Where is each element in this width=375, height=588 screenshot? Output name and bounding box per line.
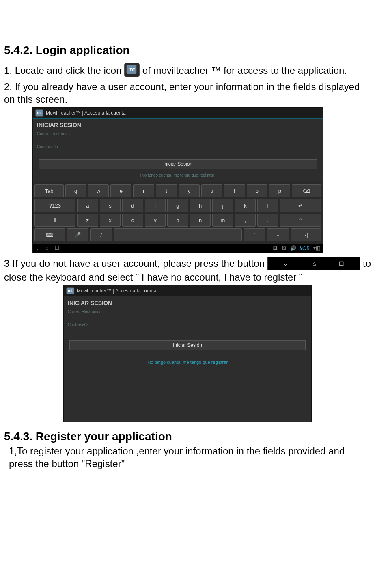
key-space[interactable] <box>114 228 241 241</box>
key-dash[interactable]: - <box>267 228 289 241</box>
login-form-area: INICIAR SESION Correo Electrónico Contra… <box>33 119 323 182</box>
kb-row-2: ?123 a s d f g h j k l ↵ <box>34 199 321 212</box>
mt-app-icon <box>124 63 140 77</box>
login-title: INICIAR SESION <box>37 122 319 128</box>
key-voice[interactable]: 🎤 <box>67 228 88 241</box>
login-title-2: INICIAR SESION <box>68 300 307 306</box>
kb-row-3: ⇧ z x c v b n m , . ⇧ <box>34 214 321 227</box>
key-k[interactable]: k <box>235 199 256 212</box>
step-3: 3 If you do not have a user account, ple… <box>4 257 371 283</box>
mt-small-icon-2: mt <box>66 287 74 294</box>
key-l[interactable]: l <box>257 199 278 212</box>
nav-recents-icon[interactable]: ☐ <box>55 245 59 251</box>
step-1: 1. Locate and click the icon of moviltea… <box>4 64 371 79</box>
key-tab[interactable]: Tab <box>34 184 64 197</box>
status-icon-a: 🖼 <box>273 245 278 251</box>
step-2: 2. If you already have a user account, e… <box>4 80 371 106</box>
key-a[interactable]: a <box>77 199 98 212</box>
key-b[interactable]: b <box>167 214 188 227</box>
screenshot-login-no-keyboard: mt Movil Teacher™ | Acceso a la cuenta I… <box>63 285 312 422</box>
status-clock: 9:39 <box>300 245 309 251</box>
key-q[interactable]: q <box>65 184 86 197</box>
key-comma[interactable]: , <box>235 214 256 227</box>
status-signal-icon: ▾◧ <box>313 245 320 251</box>
window-title-2: Movil Teacher™ | Acceso a la cuenta <box>77 288 156 294</box>
window-title: Movil Teacher™ | Acceso a la cuenta <box>46 110 125 116</box>
key-symbols[interactable]: ?123 <box>34 199 75 212</box>
key-x[interactable]: x <box>100 214 121 227</box>
key-r[interactable]: r <box>133 184 154 197</box>
nav-recents-icon-img: ☐ <box>339 260 344 267</box>
status-icon-c: 🔊 <box>290 245 296 251</box>
key-e[interactable]: e <box>110 184 131 197</box>
nav-back-icon[interactable]: ⌄ <box>35 245 39 251</box>
app-titlebar-2: mt Movil Teacher™ | Acceso a la cuenta <box>64 285 311 296</box>
nav-home-icon[interactable]: ⌂ <box>45 245 48 251</box>
key-g[interactable]: g <box>167 199 188 212</box>
email-field[interactable]: Correo Electrónico <box>37 130 319 137</box>
nav-buttons: ⌄ ⌂ ☐ <box>35 245 64 251</box>
mt-small-icon: mt <box>35 109 43 117</box>
kb-row-4: ⌨ 🎤 / ' - :-) <box>34 228 321 241</box>
nav-back-icon-img: ⌄ <box>283 260 288 267</box>
key-c[interactable]: c <box>122 214 143 227</box>
step-1-text-a: 1. Locate and click the icon <box>4 65 124 76</box>
register-hint-clipped: ¡No tengo cuenta, me tengo que registrar… <box>37 171 319 179</box>
step-1-text-b: of movilteacher ™ for access to the appl… <box>142 65 347 76</box>
section-heading-login: 5.4.2. Login application <box>4 44 371 57</box>
key-o[interactable]: o <box>247 184 268 197</box>
screenshot-login-with-keyboard: mt Movil Teacher™ | Acceso a la cuenta I… <box>32 107 323 253</box>
register-link[interactable]: ¡No tengo cuenta, me tengo que registrar… <box>68 352 307 369</box>
key-u[interactable]: u <box>201 184 222 197</box>
key-w[interactable]: w <box>88 184 109 197</box>
key-backspace[interactable]: ⌫ <box>292 184 321 197</box>
section-heading-register: 5.4.3. Register your application <box>4 430 371 443</box>
key-shift-right[interactable]: ⇧ <box>280 214 321 227</box>
password-field[interactable]: Contraseña <box>37 143 319 150</box>
kb-row-1: Tab q w e r t y u i o p ⌫ <box>34 184 321 197</box>
key-y[interactable]: y <box>179 184 200 197</box>
key-enter[interactable]: ↵ <box>280 199 321 212</box>
key-apostrophe[interactable]: ' <box>244 228 265 241</box>
login-button-2[interactable]: Iniciar Sesión <box>69 340 306 350</box>
key-kb-toggle[interactable]: ⌨ <box>34 228 65 241</box>
status-right: 🖼 🖻 🔊 9:39 ▾◧ <box>270 245 320 251</box>
system-status-bar: ⌄ ⌂ ☐ 🖼 🖻 🔊 9:39 ▾◧ <box>33 244 323 253</box>
register-step-1: 1,To register your application ,enter yo… <box>4 445 371 470</box>
app-titlebar: mt Movil Teacher™ | Acceso a la cuenta <box>33 108 323 119</box>
key-v[interactable]: v <box>145 214 166 227</box>
status-icon-b: 🖻 <box>282 245 287 251</box>
password-field-2[interactable]: Contraseña <box>68 321 307 328</box>
key-shift-left[interactable]: ⇧ <box>34 214 75 227</box>
key-j[interactable]: j <box>212 199 233 212</box>
nav-bar-image: ⌄ ⌂ ☐ <box>267 257 360 270</box>
step-3-text-a: 3 If you do not have a user account, ple… <box>4 258 267 269</box>
key-i[interactable]: i <box>224 184 245 197</box>
key-n[interactable]: n <box>190 214 211 227</box>
key-d[interactable]: d <box>122 199 143 212</box>
key-m[interactable]: m <box>212 214 233 227</box>
key-z[interactable]: z <box>77 214 98 227</box>
login-form-area-2: INICIAR SESION Correo Electrónico Contra… <box>64 296 311 422</box>
login-button[interactable]: Iniciar Sesión <box>39 159 317 169</box>
email-field-2[interactable]: Correo Electrónico <box>68 308 307 315</box>
key-emoji[interactable]: :-) <box>291 228 321 241</box>
blank-space <box>68 369 307 417</box>
key-f[interactable]: f <box>145 199 166 212</box>
nav-home-icon-img: ⌂ <box>312 260 316 267</box>
key-slash[interactable]: / <box>90 228 112 241</box>
key-p[interactable]: p <box>269 184 290 197</box>
key-period[interactable]: . <box>257 214 278 227</box>
onscreen-keyboard: Tab q w e r t y u i o p ⌫ ?123 a s d f g… <box>33 182 323 244</box>
key-t[interactable]: t <box>156 184 177 197</box>
key-s[interactable]: s <box>100 199 121 212</box>
key-h[interactable]: h <box>190 199 211 212</box>
